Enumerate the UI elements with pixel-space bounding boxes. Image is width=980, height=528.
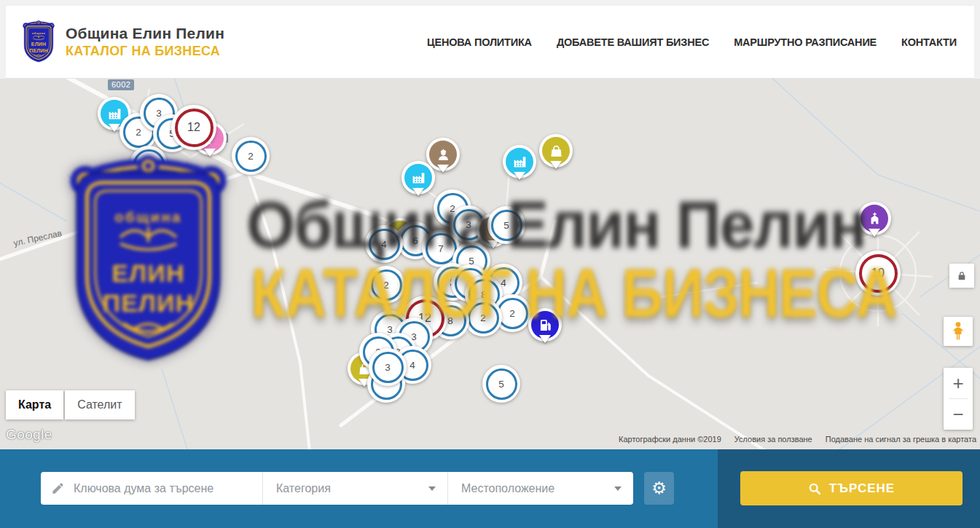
category-select[interactable]: Категория: [262, 472, 447, 505]
gear-icon: ⚙: [651, 480, 667, 497]
brand-text: Община Елин Пелин КАТАЛОГ НА БИЗНЕСА: [66, 25, 224, 59]
marker-layer: 23512223564752274822812338343510: [0, 79, 980, 449]
report-map-error-link[interactable]: Подаване на сигнал за грешка в картата: [826, 435, 976, 444]
search-bar: Категория Местоположение ⚙ ТЪРСЕНЕ: [0, 449, 980, 528]
category-select-value: Категория: [276, 482, 331, 495]
site-logo[interactable]: Община Елин Пелин КАТАЛОГ НА БИЗНЕСА: [22, 20, 224, 63]
pin-pointer: [869, 229, 880, 243]
factory-pin-marker[interactable]: [401, 161, 435, 194]
nav-add-your-business[interactable]: ДОБАВЕТЕ ВАШИЯТ БИЗНЕС: [557, 36, 709, 48]
zoom-control: + −: [944, 368, 973, 430]
main-nav: ЦЕНОВА ПОЛИТИКА ДОБАВЕТЕ ВАШИЯТ БИЗНЕС М…: [427, 36, 957, 48]
fuel-icon: [538, 318, 553, 333]
search-button-label: ТЪРСЕНЕ: [829, 481, 895, 496]
cluster-marker[interactable]: 3: [369, 348, 407, 386]
map-canvas[interactable]: 6002 ул. Преслав бул. „Новосел 235122235…: [0, 79, 980, 449]
search-bar-left: Категория Местоположение ⚙: [0, 449, 718, 528]
pin-pointer: [514, 172, 525, 186]
fuel-pin-marker[interactable]: [528, 308, 562, 342]
header: Община Елин Пелин КАТАЛОГ НА БИЗНЕСА ЦЕН…: [6, 6, 974, 79]
pencil-icon: [51, 481, 65, 495]
terms-of-use-link[interactable]: Условия за ползване: [734, 435, 812, 444]
cluster-count: 12: [175, 109, 213, 147]
cluster-marker[interactable]: 5: [487, 206, 525, 244]
chevron-down-icon: [614, 486, 622, 491]
pin-pointer: [204, 149, 216, 162]
municipality-crest-logo: [22, 20, 55, 63]
pin-pointer: [437, 165, 449, 178]
search-icon: [808, 482, 821, 495]
map-type-satellite-button[interactable]: Сателит: [65, 390, 134, 419]
worker-icon: [436, 147, 451, 162]
cluster-count: 4: [369, 229, 400, 260]
location-select[interactable]: Местоположение: [447, 472, 633, 505]
search-fields: Категория Местоположение: [41, 472, 633, 505]
cluster-marker[interactable]: 2: [464, 299, 502, 336]
bag-pin-marker[interactable]: [539, 134, 573, 168]
keyword-search-input[interactable]: [72, 481, 254, 496]
cluster-marker[interactable]: 10: [855, 251, 901, 296]
pin-pointer: [412, 188, 424, 202]
map-type-map-button[interactable]: Карта: [6, 390, 63, 419]
google-logo[interactable]: Google: [6, 427, 52, 443]
cluster-count: 10: [859, 254, 898, 293]
cluster-count: 3: [372, 352, 404, 383]
cluster-marker[interactable]: 12: [171, 105, 216, 150]
advanced-search-button[interactable]: ⚙: [644, 472, 674, 505]
cluster-count: 5: [486, 369, 517, 400]
site-subtitle: КАТАЛОГ НА БИЗНЕСА: [66, 44, 224, 59]
zoom-in-button[interactable]: +: [944, 368, 973, 398]
factory-pin-marker[interactable]: [503, 145, 536, 178]
cluster-count: 2: [235, 141, 267, 172]
nav-route-schedule[interactable]: МАРШРУТНО РАЗПИСАНИЕ: [734, 36, 877, 48]
nav-pricing-policy[interactable]: ЦЕНОВА ПОЛИТИКА: [427, 36, 532, 48]
cluster-marker[interactable]: [130, 146, 168, 184]
bag-icon: [549, 143, 564, 159]
cluster-count: 5: [491, 210, 522, 241]
pegman-icon: [949, 321, 967, 342]
cluster-count: 2: [371, 269, 402, 301]
lock-button[interactable]: [949, 264, 974, 288]
cluster-marker[interactable]: 5: [482, 365, 520, 403]
lock-icon: [956, 270, 968, 282]
search-bar-right: ТЪРСЕНЕ: [718, 449, 980, 528]
site-title: Община Елин Пелин: [66, 25, 224, 42]
pin-pointer: [539, 335, 551, 349]
factory-icon: [107, 106, 122, 122]
cluster-count: [133, 149, 165, 181]
pin-pointer: [487, 240, 499, 254]
cluster-marker[interactable]: 4: [365, 225, 403, 263]
map-type-control: Карта Сателит: [6, 390, 135, 419]
map-attribution: Картографски данни ©2019 Условия за полз…: [619, 435, 976, 444]
pin-pointer: [550, 161, 562, 175]
factory-icon: [512, 154, 528, 170]
keyword-field: [41, 472, 262, 505]
pin-pointer: [109, 124, 120, 138]
factory-icon: [411, 170, 426, 186]
location-select-value: Местоположение: [461, 482, 554, 495]
street-view-pegman-button[interactable]: [944, 317, 973, 346]
church-icon: [867, 211, 882, 226]
nav-contacts[interactable]: КОНТАКТИ: [901, 36, 957, 48]
cluster-count: 2: [468, 302, 499, 334]
zoom-out-button[interactable]: −: [944, 399, 973, 430]
search-button[interactable]: ТЪРСЕНЕ: [740, 471, 963, 505]
attribution-copyright: Картографски данни ©2019: [619, 435, 721, 444]
chevron-down-icon: [428, 486, 436, 491]
cluster-marker[interactable]: 2: [232, 137, 270, 175]
cluster-marker[interactable]: 2: [367, 266, 405, 304]
church-pin-marker[interactable]: [858, 202, 891, 235]
